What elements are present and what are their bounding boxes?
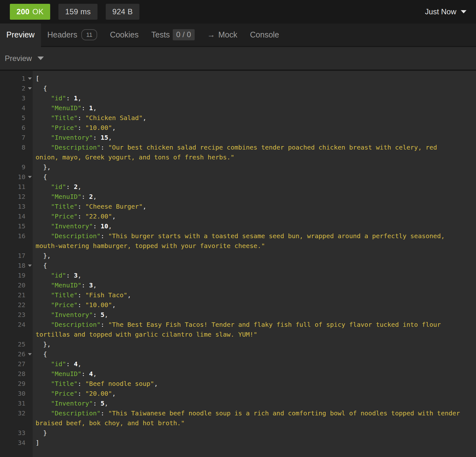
code-row: 30 "Price": "20.00", [0, 389, 476, 399]
code-row: 31 "Inventory": 5, [0, 399, 476, 408]
code-line: "Description": "Our best chicken salad r… [36, 143, 437, 152]
line-number: 17 [0, 251, 25, 261]
fold-column [25, 379, 36, 389]
code-row: 3 "id": 1, [0, 93, 476, 103]
line-number: 6 [0, 123, 25, 133]
line-number: 12 [0, 192, 25, 202]
code-rows: 1[2 {3 "id": 1,4 "MenuID": 1,5 "Title": … [0, 71, 476, 448]
code-row: 25 }, [0, 339, 476, 349]
line-number: 29 [0, 379, 25, 389]
code-line: "Inventory": 5, [36, 310, 108, 320]
fold-toggle-icon[interactable] [28, 176, 32, 178]
status-code: 200 [17, 7, 30, 16]
code-line: "Title": "Cheese Burger", [36, 202, 146, 212]
preview-mode-dropdown[interactable]: Preview [5, 54, 44, 63]
response-history-dropdown[interactable]: Just Now [425, 7, 466, 16]
code-line: { [36, 172, 47, 182]
code-line: { [36, 84, 47, 93]
code-row: 20 "MenuID": 3, [0, 280, 476, 290]
fold-column [25, 182, 36, 192]
response-time-badge: 159 ms [58, 4, 97, 20]
code-row: 10 { [0, 172, 476, 182]
line-number: 31 [0, 399, 25, 408]
code-row: 13 "Title": "Cheese Burger", [0, 202, 476, 212]
code-row: 24 "Description": "The Best Easy Fish Ta… [0, 320, 476, 330]
line-number: 10 [0, 172, 25, 182]
fold-column [25, 152, 36, 162]
tab-label: Headers [47, 30, 77, 39]
code-line: [ [36, 74, 39, 84]
arrow-right-icon: → [207, 30, 215, 39]
fold-toggle-icon[interactable] [28, 353, 32, 355]
line-number [0, 152, 25, 162]
fold-column [25, 172, 36, 182]
tab-preview[interactable]: Preview [0, 24, 41, 46]
response-body-editor[interactable]: 1[2 {3 "id": 1,4 "MenuID": 1,5 "Title": … [0, 71, 476, 457]
line-number: 18 [0, 261, 25, 271]
code-row: 26 { [0, 349, 476, 359]
response-tabs: PreviewHeaders11CookiesTests0 / 0→MockCo… [0, 24, 476, 47]
code-line: "Description": "This Taiwanese beef nood… [36, 408, 460, 418]
tab-label: Mock [218, 30, 238, 39]
code-line: "MenuID": 1, [36, 103, 97, 113]
tab-count-badge: 11 [81, 29, 97, 40]
fold-column [25, 359, 36, 369]
code-row: 2 { [0, 84, 476, 93]
code-line: "Price": "20.00", [36, 389, 116, 399]
fold-column [25, 251, 36, 261]
tab-label: Console [250, 30, 279, 39]
code-row: mouth-watering hamburger, topped with yo… [0, 241, 476, 251]
code-row: 23 "Inventory": 5, [0, 310, 476, 320]
fold-column [25, 428, 36, 438]
code-row: 28 "MenuID": 4, [0, 369, 476, 379]
line-number: 2 [0, 84, 25, 93]
fold-column [25, 241, 36, 251]
code-line: "Price": "10.00", [36, 123, 116, 133]
code-line: "Price": "10.00", [36, 300, 116, 310]
code-line: "Price": "22.00", [36, 212, 116, 221]
tab-mock[interactable]: →Mock [201, 24, 244, 46]
line-number: 7 [0, 133, 25, 143]
fold-column [25, 133, 36, 143]
fold-toggle-icon[interactable] [28, 265, 32, 267]
line-number: 8 [0, 143, 25, 152]
tab-count-badge: 0 / 0 [173, 29, 195, 40]
code-row: 17 }, [0, 251, 476, 261]
line-number: 15 [0, 221, 25, 231]
fold-column [25, 103, 36, 113]
line-number: 13 [0, 202, 25, 212]
tab-cookies[interactable]: Cookies [104, 24, 145, 46]
line-number: 9 [0, 162, 25, 172]
fold-toggle-icon[interactable] [28, 77, 32, 80]
fold-column [25, 438, 36, 448]
code-row: 12 "MenuID": 2, [0, 192, 476, 202]
response-size-badge: 924 B [106, 4, 139, 20]
line-number: 30 [0, 389, 25, 399]
code-row: 9 }, [0, 162, 476, 172]
code-row: 6 "Price": "10.00", [0, 123, 476, 133]
line-number: 34 [0, 438, 25, 448]
tab-label: Preview [6, 30, 35, 39]
line-number [0, 330, 25, 339]
fold-toggle-icon[interactable] [28, 87, 32, 90]
fold-column [25, 280, 36, 290]
code-row: 1[ [0, 74, 476, 84]
fold-column [25, 300, 36, 310]
code-row: 27 "id": 4, [0, 359, 476, 369]
line-number: 28 [0, 369, 25, 379]
fold-column [25, 231, 36, 241]
tab-console[interactable]: Console [244, 24, 285, 46]
tab-tests[interactable]: Tests0 / 0 [145, 24, 201, 46]
code-row: 29 "Title": "Beef noodle soup", [0, 379, 476, 389]
code-line: "id": 4, [36, 359, 82, 369]
code-line: "Title": "Chicken Salad", [36, 113, 146, 123]
tab-headers[interactable]: Headers11 [41, 24, 104, 46]
code-line: "Description": "This burger starts with … [36, 231, 445, 241]
code-line: { [36, 261, 47, 271]
code-line: "Description": "The Best Easy Fish Tacos… [36, 320, 441, 330]
line-number: 1 [0, 74, 25, 84]
code-line: onion, mayo, Greek yogurt, and tons of f… [36, 152, 234, 162]
code-line: "Title": "Fish Taco", [36, 290, 131, 300]
line-number: 32 [0, 408, 25, 418]
code-line: "Title": "Beef noodle soup", [36, 379, 158, 389]
